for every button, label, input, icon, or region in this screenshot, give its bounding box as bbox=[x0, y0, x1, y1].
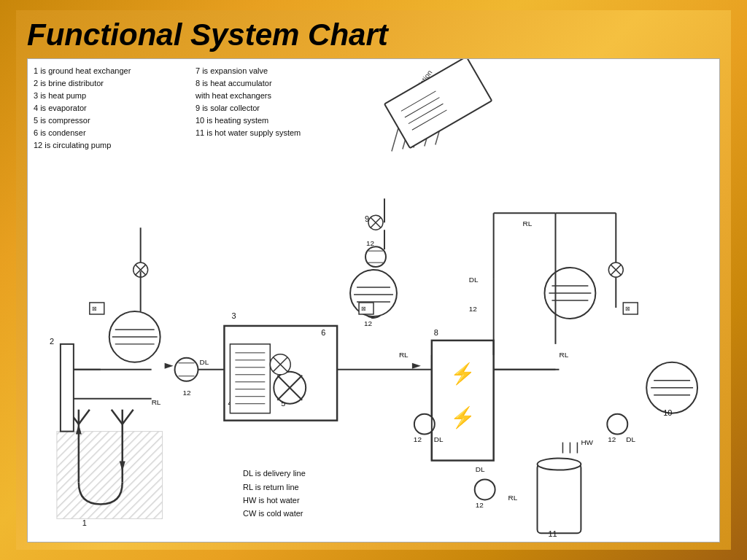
svg-point-52 bbox=[175, 358, 198, 381]
svg-text:12: 12 bbox=[608, 435, 616, 443]
svg-point-58 bbox=[365, 246, 386, 267]
svg-text:RL: RL bbox=[559, 351, 568, 359]
svg-rect-84 bbox=[538, 464, 581, 534]
svg-text:12: 12 bbox=[366, 239, 375, 247]
svg-text:3: 3 bbox=[231, 311, 236, 320]
svg-point-85 bbox=[538, 459, 581, 470]
svg-text:12: 12 bbox=[183, 389, 192, 397]
svg-point-100 bbox=[607, 414, 627, 435]
svg-text:6: 6 bbox=[321, 328, 325, 337]
svg-line-21 bbox=[123, 410, 133, 424]
svg-text:8: 8 bbox=[434, 328, 438, 337]
svg-text:2: 2 bbox=[50, 337, 54, 346]
svg-text:DL: DL bbox=[434, 435, 444, 443]
svg-text:1: 1 bbox=[82, 518, 87, 527]
svg-text:DL: DL bbox=[626, 435, 635, 443]
svg-text:CW: CW bbox=[530, 540, 543, 542]
slide-title: Functional System Chart bbox=[27, 18, 720, 52]
svg-line-19 bbox=[79, 410, 90, 424]
svg-text:12: 12 bbox=[476, 501, 484, 509]
svg-rect-13 bbox=[57, 432, 163, 519]
svg-text:RL: RL bbox=[508, 494, 518, 502]
svg-text:DL: DL bbox=[200, 358, 209, 366]
svg-marker-16 bbox=[76, 424, 82, 435]
functional-diagram: solar radiation 9 bbox=[28, 59, 719, 542]
svg-text:RL: RL bbox=[523, 219, 533, 228]
svg-rect-24 bbox=[61, 344, 74, 432]
svg-text:DL: DL bbox=[469, 276, 479, 284]
svg-text:⊠: ⊠ bbox=[361, 306, 366, 312]
svg-text:12: 12 bbox=[364, 319, 373, 327]
svg-text:DL: DL bbox=[476, 465, 485, 473]
svg-rect-30 bbox=[230, 344, 270, 413]
svg-text:RL: RL bbox=[399, 351, 409, 359]
slide-container: Functional System Chart 1 is ground heat… bbox=[16, 10, 731, 550]
svg-text:12: 12 bbox=[414, 435, 422, 443]
diagram-area: 1 is ground heat exchanger 2 is brine di… bbox=[27, 58, 720, 542]
svg-text:10: 10 bbox=[663, 408, 672, 417]
svg-text:11: 11 bbox=[548, 529, 557, 538]
svg-text:RL: RL bbox=[152, 398, 161, 406]
svg-marker-136 bbox=[165, 363, 174, 369]
svg-text:12: 12 bbox=[469, 305, 478, 313]
svg-text:⚡: ⚡ bbox=[450, 362, 476, 386]
svg-text:⊠: ⊠ bbox=[625, 306, 630, 312]
svg-marker-137 bbox=[412, 363, 421, 369]
svg-text:⚡: ⚡ bbox=[450, 405, 476, 429]
svg-point-92 bbox=[475, 479, 495, 499]
svg-text:⊠: ⊠ bbox=[92, 306, 97, 312]
svg-text:HW: HW bbox=[581, 438, 593, 446]
svg-line-20 bbox=[112, 410, 123, 424]
